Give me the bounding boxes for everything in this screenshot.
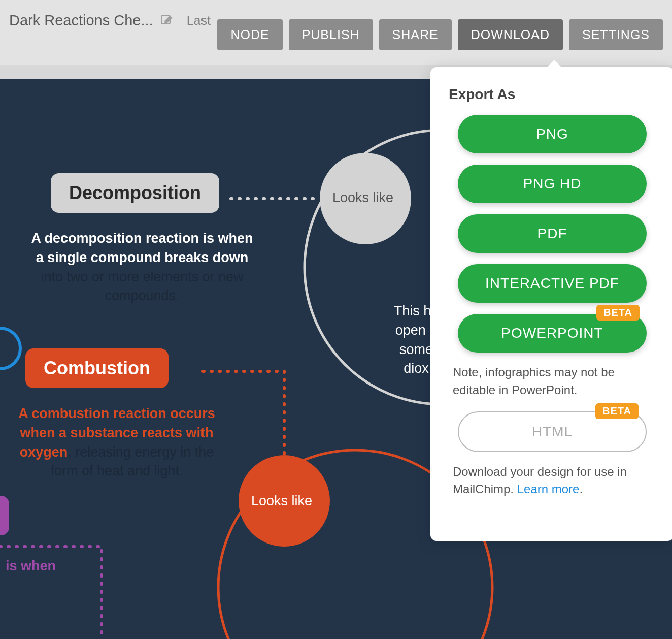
purple-label-fragment[interactable]: n <box>0 496 9 535</box>
share-button[interactable]: SHARE <box>379 19 452 50</box>
document-title[interactable]: Dark Reactions Che... <box>9 12 153 29</box>
settings-button[interactable]: SETTINGS <box>569 19 663 50</box>
export-note-powerpoint: Note, infographics may not be editable i… <box>453 364 652 399</box>
looks-like-label-grey: Looks like <box>332 190 393 206</box>
combustion-desc-rest: , releasing energy in the form of heat a… <box>50 444 214 479</box>
export-powerpoint-label: POWERPOINT <box>501 325 603 341</box>
decomposition-desc-bold: A decomposition reaction is when a singl… <box>31 231 253 265</box>
export-html-button[interactable]: HTML BETA <box>458 411 647 452</box>
decomposition-label[interactable]: Decomposition <box>51 173 219 213</box>
export-dropdown-panel: Export As PNG PNG HD PDF INTERACTIVE PDF… <box>430 67 672 541</box>
looks-like-label-orange: Looks like <box>251 493 312 509</box>
beta-badge-ppt: BETA <box>596 305 640 321</box>
export-png-hd-button[interactable]: PNG HD <box>458 165 647 203</box>
top-toolbar: Dark Reactions Che... Last NODE PUBLISH … <box>0 0 672 65</box>
publish-button[interactable]: PUBLISH <box>289 19 373 50</box>
export-note-html: Download your design for use in MailChim… <box>453 463 652 499</box>
node-button[interactable]: NODE <box>217 19 282 50</box>
export-png-button[interactable]: PNG <box>458 115 647 153</box>
combustion-label[interactable]: Combustion <box>25 348 169 388</box>
download-button[interactable]: DOWNLOAD <box>458 19 563 50</box>
decomposition-description: A decomposition reaction is when a singl… <box>30 229 254 306</box>
combustion-description: A combustion reaction occurs when a subs… <box>10 404 223 481</box>
last-saved-label: Last <box>187 13 211 28</box>
export-interactive-pdf-button[interactable]: INTERACTIVE PDF <box>458 264 647 303</box>
decomposition-desc-rest: into two or more elements or new compoun… <box>41 269 243 304</box>
export-note-html-suffix: . <box>579 482 583 496</box>
purple-desc-fragment: is when <box>0 557 56 576</box>
export-pdf-button[interactable]: PDF <box>458 214 647 253</box>
edit-title-icon[interactable] <box>159 13 175 28</box>
learn-more-link[interactable]: Learn more <box>517 482 580 496</box>
export-html-label: HTML <box>532 424 573 439</box>
beta-badge-html: BETA <box>595 403 639 419</box>
export-as-title: Export As <box>449 86 656 103</box>
doc-title-wrap: Dark Reactions Che... Last <box>9 10 211 29</box>
toolbar-buttons: NODE PUBLISH SHARE DOWNLOAD SETTINGS <box>217 10 663 50</box>
export-powerpoint-button[interactable]: POWERPOINT BETA <box>458 314 647 353</box>
